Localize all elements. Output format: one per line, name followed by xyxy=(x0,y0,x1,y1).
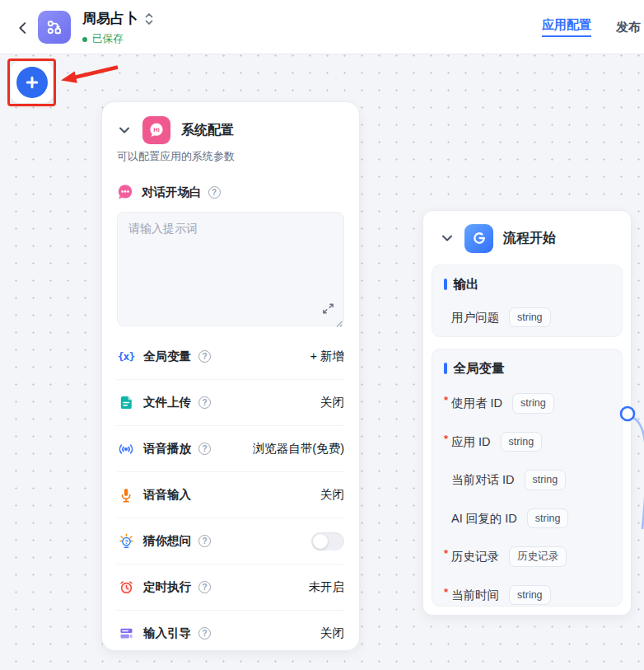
help-icon[interactable]: ? xyxy=(208,186,221,199)
back-button[interactable] xyxy=(13,18,33,38)
top-bar: 周易占卜 已保存 应用配置 发布 xyxy=(0,0,644,54)
guess-question-toggle[interactable] xyxy=(311,532,344,551)
chevron-left-icon xyxy=(16,21,30,35)
chevron-down-icon xyxy=(118,124,131,137)
chat-opening-icon xyxy=(117,184,133,200)
chevron-down-icon xyxy=(441,232,454,245)
help-icon[interactable]: ? xyxy=(198,396,211,409)
card-title: 系统配置 xyxy=(181,122,234,139)
voice-play-icon xyxy=(117,441,135,457)
annotation-highlight-box xyxy=(7,59,56,106)
output-row: 用户问题 string xyxy=(444,306,610,329)
variable-row: * 当前时间 string xyxy=(444,583,610,607)
nav-publish[interactable]: 发布 xyxy=(616,20,641,35)
guess-question-icon: ? xyxy=(117,533,135,550)
add-variable-button[interactable]: + 新增 xyxy=(310,349,345,364)
welcome-textarea[interactable] xyxy=(118,213,343,326)
flow-canvas[interactable]: Hi 系统配置 可以配置应用的系统参数 对话开场白 ? xyxy=(0,54,644,670)
variable-row: * 应用 ID string xyxy=(444,430,610,453)
row-guess-question[interactable]: ? 猜你想问 ? xyxy=(117,518,344,564)
help-icon[interactable]: ? xyxy=(198,581,211,593)
svg-text:Hi: Hi xyxy=(153,126,160,134)
input-guide-icon xyxy=(117,625,135,641)
voice-input-icon xyxy=(117,487,135,504)
flow-start-icon xyxy=(464,224,493,253)
row-input-guide[interactable]: 输入引导 ? 关闭 xyxy=(117,610,344,656)
collapse-button[interactable] xyxy=(117,123,132,138)
app-logo-icon xyxy=(38,11,71,44)
help-icon[interactable]: ? xyxy=(198,350,211,363)
row-file-upload[interactable]: 文件上传 ? 关闭 xyxy=(117,379,344,425)
collapse-button[interactable] xyxy=(440,231,455,246)
nav-app-config[interactable]: 应用配置 xyxy=(542,17,591,37)
saved-status-text: 已保存 xyxy=(92,32,124,46)
help-icon[interactable]: ? xyxy=(198,443,211,455)
type-badge: string xyxy=(501,432,543,452)
welcome-label: 对话开场白 xyxy=(142,185,202,200)
flow-start-node: 流程开始 输出 用户问题 string 全局变量 * 使用者 ID string xyxy=(422,210,632,616)
help-icon[interactable]: ? xyxy=(198,627,211,640)
file-upload-icon xyxy=(117,395,135,410)
scheduled-run-icon xyxy=(117,579,135,595)
variable-row: 当前对话 ID string xyxy=(444,469,610,492)
svg-text:?: ? xyxy=(124,538,128,545)
card-subtitle: 可以配置应用的系统参数 xyxy=(117,149,344,164)
system-config-node: Hi 系统配置 可以配置应用的系统参数 对话开场白 ? xyxy=(101,101,360,651)
section-bar xyxy=(444,363,447,374)
type-badge: 历史记录 xyxy=(509,546,567,566)
variable-row: AI 回复的 ID string xyxy=(444,507,610,530)
help-icon[interactable]: ? xyxy=(198,535,211,547)
switch-app-icon[interactable] xyxy=(144,12,154,26)
welcome-textarea-wrap xyxy=(117,212,344,326)
card-title: 流程开始 xyxy=(503,230,556,247)
type-badge: string xyxy=(509,585,551,605)
row-global-variables[interactable]: {x} 全局变量 ? + 新增 xyxy=(117,333,344,379)
variable-row: * 历史记录 历史记录 xyxy=(444,546,610,569)
resize-handle-icon[interactable] xyxy=(329,314,344,329)
saved-status-dot xyxy=(82,37,87,42)
system-config-icon: Hi xyxy=(142,116,170,144)
row-scheduled-run[interactable]: 定时执行 ? 未开启 xyxy=(117,564,344,610)
type-badge: string xyxy=(527,508,569,528)
type-badge: string xyxy=(525,470,567,490)
type-badge: string xyxy=(509,307,551,327)
app-title: 周易占卜 xyxy=(82,9,138,28)
variable-row: * 使用者 ID string xyxy=(444,392,610,415)
section-bar xyxy=(444,279,447,290)
output-section: 输出 用户问题 string xyxy=(432,265,623,337)
type-badge: string xyxy=(512,393,554,413)
global-variables-section: 全局变量 * 使用者 ID string * 应用 ID string 当前对话… xyxy=(432,349,623,607)
connection-edge xyxy=(633,418,644,529)
global-variables-icon: {x} xyxy=(117,350,135,363)
annotation-arrow xyxy=(74,68,118,78)
row-voice-input[interactable]: 语音输入 关闭 xyxy=(117,471,344,518)
row-voice-play[interactable]: 语音播放 ? 浏览器自带(免费) xyxy=(117,425,344,471)
